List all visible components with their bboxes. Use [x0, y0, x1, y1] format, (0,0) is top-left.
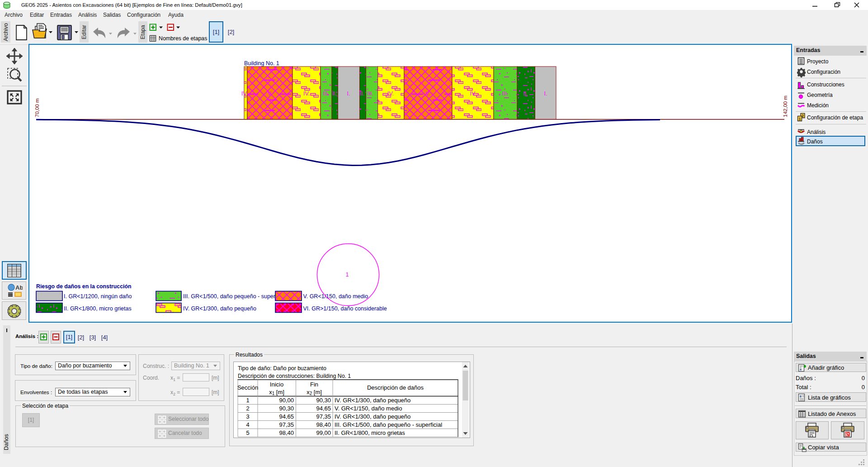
- svg-text:98,40: 98,40: [316, 421, 331, 428]
- svg-text:III. GR<1/500, daño pequeño -: III. GR<1/500, daño pequeño - superficia…: [335, 421, 442, 428]
- svg-text:94,65: 94,65: [279, 413, 294, 420]
- svg-text:V.: V.: [268, 91, 273, 97]
- svg-text:III.: III.: [323, 91, 329, 97]
- svg-text:III. GR<1/500, daño pequeño -: III. GR<1/500, daño pequeño - superficia…: [183, 293, 287, 300]
- svg-text:V. GR<1/150, daño medio: V. GR<1/150, daño medio: [303, 293, 368, 300]
- svg-text:I. GR<1/1200, ningún daño: I. GR<1/1200, ningún daño: [64, 293, 132, 300]
- svg-text:1: 1: [246, 397, 249, 404]
- svg-text:98,40: 98,40: [279, 429, 294, 436]
- svg-text:Riesgo de daños en la construc: Riesgo de daños en la construcción: [36, 283, 131, 290]
- svg-text:5: 5: [246, 429, 249, 436]
- svg-text:V. GR<1/150, daño medio: V. GR<1/150, daño medio: [335, 405, 402, 412]
- svg-text:IV. GR<1/300, daño pequeño: IV. GR<1/300, daño pequeño: [183, 305, 256, 312]
- svg-text:97,35: 97,35: [279, 421, 294, 428]
- svg-text:IV: IV: [241, 91, 247, 97]
- svg-text:VI. GR>1/150, daño considerabl: VI. GR>1/150, daño considerable: [303, 305, 387, 312]
- svg-text:III.: III.: [367, 91, 373, 97]
- svg-text:94,65: 94,65: [316, 405, 331, 412]
- svg-text:IV. GR<1/300, daño pequeño: IV. GR<1/300, daño pequeño: [335, 413, 410, 420]
- svg-text:II.: II.: [359, 91, 364, 97]
- svg-text:90,30: 90,30: [279, 405, 294, 412]
- svg-text:Building No. 1: Building No. 1: [244, 60, 279, 67]
- svg-text:Fin: Fin: [310, 381, 318, 388]
- svg-text:142,00 m: 142,00 m: [783, 95, 788, 117]
- svg-text:II. GR<1/800, micro grietas: II. GR<1/800, micro grietas: [64, 305, 132, 312]
- svg-text:x2 [m]: x2 [m]: [307, 389, 322, 396]
- svg-text:II. GR<1/800, micro grietas: II. GR<1/800, micro grietas: [335, 429, 405, 436]
- svg-text:IV.: IV.: [303, 91, 310, 97]
- svg-text:90,00: 90,00: [279, 397, 294, 404]
- svg-text:97,35: 97,35: [316, 413, 331, 420]
- svg-text:90,30: 90,30: [316, 397, 331, 404]
- svg-text:IV. GR<1/300, daño pequeño: IV. GR<1/300, daño pequeño: [335, 397, 410, 404]
- svg-text:I.: I.: [347, 91, 350, 97]
- svg-text:Inicio: Inicio: [270, 381, 283, 388]
- svg-text:I.: I.: [544, 91, 547, 97]
- svg-text:2: 2: [246, 405, 249, 412]
- svg-text:3: 3: [246, 413, 249, 420]
- svg-text:IV.: IV.: [470, 91, 476, 97]
- svg-text:II.: II.: [332, 91, 337, 97]
- svg-text:Sección: Sección: [237, 384, 258, 391]
- svg-text:Ab: Ab: [15, 284, 23, 291]
- svg-text:1: 1: [346, 272, 349, 278]
- svg-text:III.: III.: [502, 91, 509, 97]
- svg-text:Descripción de daños: Descripción de daños: [367, 384, 424, 391]
- svg-text:99,00: 99,00: [316, 429, 331, 436]
- svg-text:1: 1: [798, 117, 801, 121]
- svg-text:70,00 m: 70,00 m: [34, 98, 40, 117]
- svg-text:II.: II.: [523, 91, 528, 97]
- svg-text:x1 [m]: x1 [m]: [269, 389, 284, 396]
- svg-text:IV.: IV.: [387, 91, 394, 97]
- svg-text:4: 4: [246, 421, 249, 428]
- svg-text:V.: V.: [425, 91, 430, 97]
